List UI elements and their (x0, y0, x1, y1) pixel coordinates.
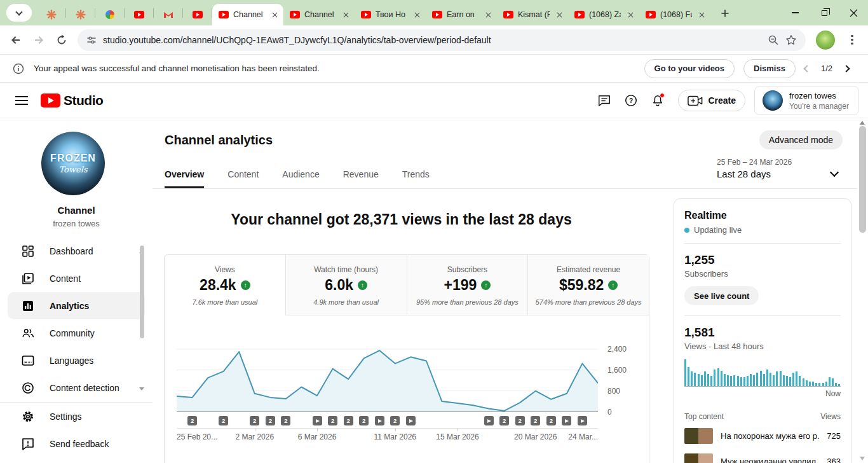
browser-tab[interactable]: Kismat (F (497, 4, 568, 25)
tab-search-button[interactable] (6, 4, 32, 22)
see-live-count-button[interactable]: See live count (684, 286, 759, 305)
video-marker-icon[interactable] (313, 416, 322, 425)
browser-profile-avatar[interactable] (816, 31, 835, 50)
menu-button[interactable] (15, 96, 28, 107)
tab-close-icon[interactable] (341, 10, 351, 20)
window-close-button[interactable] (839, 0, 868, 25)
shorts-marker-badge[interactable]: 2 (546, 416, 556, 425)
tab-close-icon[interactable] (696, 10, 707, 20)
sidebar-item-community[interactable]: Community (8, 319, 145, 347)
forward-button[interactable] (28, 29, 50, 51)
scroll-down-arrow[interactable] (860, 457, 865, 460)
tab-close-icon[interactable] (412, 10, 423, 20)
sidebar-item-analytics[interactable]: Analytics (8, 292, 145, 319)
shorts-marker-badge[interactable]: 2 (499, 416, 509, 425)
video-title[interactable]: На похоронах мужа его р... (721, 431, 819, 441)
pinned-tab[interactable] (125, 4, 153, 25)
shorts-marker-badge[interactable]: 2 (515, 416, 525, 425)
video-marker-icon[interactable] (484, 416, 494, 425)
account-chip[interactable]: frozen towes You're a manager (754, 86, 859, 115)
top-content-row[interactable]: На похоронах мужа его р...725 (684, 425, 841, 446)
sidebar-item-label: Settings (50, 411, 82, 422)
shorts-marker-badge[interactable]: 2 (390, 416, 400, 425)
address-bar[interactable]: studio.youtube.com/channel/UChQpQ-1EAw8T… (78, 29, 806, 51)
shorts-marker-badge[interactable]: 2 (344, 416, 353, 425)
browser-tab[interactable]: (1068) Fu (639, 4, 710, 25)
shorts-marker-badge[interactable]: 2 (187, 416, 197, 425)
banner-next-button[interactable] (844, 66, 849, 71)
tab-revenue[interactable]: Revenue (343, 169, 379, 188)
metric-label: Subscribers (407, 265, 528, 274)
metric-card-estimated-revenue[interactable]: Estimated revenue$59.82↑574% more than p… (527, 255, 649, 315)
video-marker-icon[interactable] (578, 416, 587, 425)
tab-close-icon[interactable] (483, 10, 494, 20)
video-marker-icon[interactable] (406, 416, 416, 425)
metric-card-watch-time-hours[interactable]: Watch time (hours)6.0k↑4.9k more than us… (285, 255, 407, 315)
tab-overview[interactable]: Overview (165, 169, 204, 188)
metric-card-subscribers[interactable]: Subscribers+199↑95% more than previous 2… (407, 255, 528, 315)
video-title[interactable]: Муж неожиданно уволил ... (721, 457, 819, 463)
shorts-marker-badge[interactable]: 2 (328, 416, 337, 425)
tab-close-icon[interactable] (269, 10, 280, 20)
back-button[interactable] (5, 29, 27, 51)
shorts-marker-badge[interactable]: 2 (219, 416, 228, 425)
sidebar-item-settings[interactable]: Settings (8, 403, 145, 430)
bookmark-star-icon[interactable] (785, 34, 797, 46)
sidebar-item-content-detection[interactable]: Content detection (8, 374, 145, 401)
shorts-marker-badge[interactable]: 2 (266, 416, 275, 425)
go-to-your-videos-button[interactable]: Go to your videos (644, 59, 735, 78)
youtube-studio-logo[interactable]: Studio (41, 93, 103, 108)
tab-trends[interactable]: Trends (402, 169, 430, 188)
shorts-marker-badge[interactable]: 2 (250, 416, 259, 425)
area-chart-plot[interactable] (177, 315, 598, 412)
tab-audience[interactable]: Audience (282, 169, 319, 188)
sidebar-scroll-down-arrow[interactable] (139, 390, 144, 402)
pinned-tab[interactable] (95, 4, 124, 25)
sidebar-item-dashboard[interactable]: Dashboard (8, 237, 145, 265)
sidebar-item-languages[interactable]: Languages (8, 347, 145, 374)
window-restore-button[interactable] (810, 0, 839, 25)
tab-close-icon[interactable] (625, 10, 636, 20)
metric-value: 6.0k (325, 277, 353, 294)
tab-content[interactable]: Content (227, 169, 259, 188)
date-picker-chevron[interactable] (831, 167, 837, 178)
help-button[interactable]: ? (620, 89, 642, 112)
tab-close-icon[interactable] (554, 10, 565, 20)
video-marker-icon[interactable] (562, 416, 571, 425)
channel-avatar[interactable]: FROZEN Towels (41, 132, 105, 195)
browser-menu-button[interactable] (841, 29, 863, 51)
reload-button[interactable] (51, 29, 72, 51)
pinned-tab[interactable] (66, 4, 95, 25)
sidebar-scrollbar-thumb[interactable] (140, 245, 144, 338)
banner-prev-button[interactable] (804, 66, 810, 71)
realtime-bar-chart[interactable] (684, 360, 841, 387)
create-button[interactable]: Create (678, 90, 745, 111)
dismiss-button[interactable]: Dismiss (743, 59, 796, 78)
browser-tab[interactable]: (1068) Za (568, 4, 639, 25)
shorts-marker-badge[interactable]: 2 (531, 416, 540, 425)
window-minimize-button[interactable] (780, 0, 810, 25)
browser-tab[interactable]: Твои Но (355, 4, 426, 25)
date-range-picker[interactable]: 25 Feb – 24 Mar 2026 Last 28 days (717, 158, 792, 179)
page-scrollbar[interactable] (857, 118, 868, 463)
feedback-comment-button[interactable] (593, 89, 616, 112)
video-marker-icon[interactable] (375, 416, 384, 425)
top-content-row[interactable]: Муж неожиданно уволил ...363 (684, 450, 841, 463)
pinned-tab[interactable] (154, 4, 182, 25)
sidebar-item-send-feedback[interactable]: Send feedback (8, 430, 145, 457)
scroll-up-arrow[interactable] (860, 121, 865, 125)
page-scrollbar-thumb[interactable] (859, 126, 866, 233)
zoom-out-icon[interactable] (768, 34, 779, 46)
browser-tab[interactable]: Earn on (426, 4, 497, 25)
advanced-mode-button[interactable]: Advanced mode (759, 130, 843, 149)
metric-card-views[interactable]: Views28.4k↑7.6k more than usual (165, 255, 285, 315)
shorts-marker-badge[interactable]: 2 (359, 416, 369, 425)
new-tab-button[interactable] (715, 4, 735, 23)
sidebar-item-content[interactable]: Content (8, 265, 145, 292)
notifications-button[interactable] (646, 89, 669, 112)
browser-tab[interactable]: Channel (283, 4, 355, 25)
pinned-tab[interactable] (37, 4, 65, 25)
shorts-marker-badge[interactable]: 2 (281, 416, 290, 425)
browser-tab[interactable]: Channel (212, 4, 283, 25)
pinned-tab[interactable] (183, 4, 212, 25)
